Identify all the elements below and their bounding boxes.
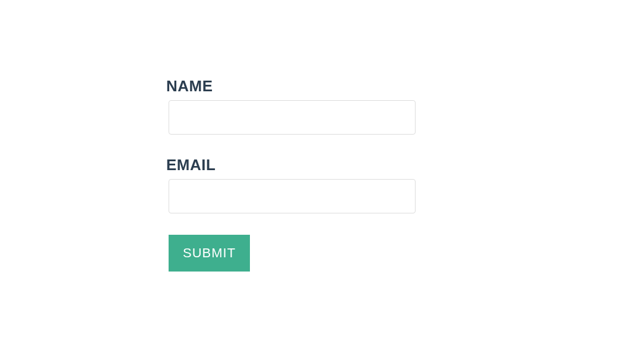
signup-form: NAME EMAIL SUBMIT	[0, 0, 634, 272]
email-group: EMAIL	[166, 156, 634, 213]
name-group: NAME	[166, 77, 634, 135]
name-label: NAME	[166, 77, 634, 95]
email-label: EMAIL	[166, 156, 634, 174]
email-input[interactable]	[169, 179, 416, 213]
submit-button[interactable]: SUBMIT	[169, 235, 250, 272]
name-input[interactable]	[169, 100, 416, 135]
